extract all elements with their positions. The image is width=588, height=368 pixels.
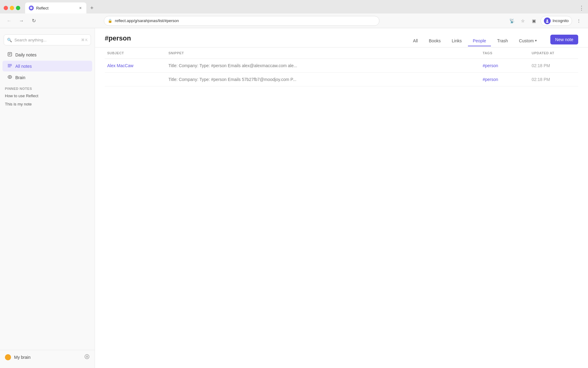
svg-point-2 xyxy=(546,21,548,23)
tab-title: Reflect xyxy=(36,6,75,10)
browser-chrome: Reflect ✕ + ⋮ ← → ↻ 🔒 reflect.app/g/sara… xyxy=(0,0,588,28)
address-url: reflect.app/g/sarahjonas/list/#person xyxy=(115,18,375,23)
search-bar[interactable]: 🔍 Search anything... ⌘ K xyxy=(4,34,91,45)
row-1-tags: #person xyxy=(480,73,529,86)
nav-icons: 📡 ☆ ▣ Incognito ⋮ xyxy=(507,16,583,26)
cast-icon[interactable]: 📡 xyxy=(507,17,516,25)
window-minimize[interactable] xyxy=(10,6,14,10)
all-notes-label: All notes xyxy=(15,64,32,69)
pinned-item-how-to-use[interactable]: How to use Reflect xyxy=(0,92,95,100)
svg-rect-3 xyxy=(8,52,12,56)
filter-tabs: All Books Links People Trash Custom ▾ xyxy=(408,35,578,47)
tab-all[interactable]: All xyxy=(408,36,423,46)
col-header-snippet: SNIPPET xyxy=(166,48,480,59)
sidebar-item-brain[interactable]: Brain xyxy=(2,72,92,83)
tab-custom[interactable]: Custom ▾ xyxy=(514,36,542,46)
brain-settings-icon[interactable] xyxy=(84,354,90,361)
nav-bar: ← → ↻ 🔒 reflect.app/g/sarahjonas/list/#p… xyxy=(0,13,588,28)
svg-point-5 xyxy=(85,355,89,359)
row-1-snippet: Title: Company: Type: #person Emails 57b… xyxy=(166,73,480,86)
window-controls xyxy=(4,6,20,10)
incognito-avatar xyxy=(544,17,551,24)
svg-point-1 xyxy=(547,19,548,21)
browser-tab[interactable]: Reflect ✕ xyxy=(25,2,86,13)
bookmark-icon[interactable]: ☆ xyxy=(518,17,527,25)
chrome-menu-button[interactable]: ⋮ xyxy=(575,17,583,25)
incognito-label: Incognito xyxy=(552,18,569,23)
main-content: #person All Books Links People Trash xyxy=(95,28,588,368)
tab-books[interactable]: Books xyxy=(424,36,446,46)
tab-close-button[interactable]: ✕ xyxy=(78,6,83,10)
table-header: SUBJECT SNIPPET TAGS UPDATED AT xyxy=(105,48,578,59)
row-1-updated: 02:18 PM xyxy=(529,73,578,86)
sidebar-item-all-notes[interactable]: All notes xyxy=(2,61,92,71)
new-tab-button[interactable]: + xyxy=(88,4,96,12)
main-header: #person All Books Links People Trash xyxy=(95,28,588,48)
custom-chevron-icon: ▾ xyxy=(535,39,537,43)
search-placeholder: Search anything... xyxy=(14,38,79,42)
pinned-item-my-note[interactable]: This is my note xyxy=(0,100,95,108)
row-0-snippet: Title: Company: Type: #person Emails ale… xyxy=(166,59,480,73)
svg-point-0 xyxy=(30,7,32,9)
sidebar-item-daily-notes[interactable]: Daily notes xyxy=(2,49,92,60)
address-bar[interactable]: 🔒 reflect.app/g/sarahjonas/list/#person xyxy=(104,16,379,26)
page-title: #person xyxy=(105,34,131,47)
row-1-subject xyxy=(105,73,166,86)
lock-icon: 🔒 xyxy=(108,19,112,23)
col-header-subject: SUBJECT xyxy=(105,48,166,59)
col-header-tags: TAGS xyxy=(480,48,529,59)
brain-dot xyxy=(5,354,11,360)
sidebar: 🔍 Search anything... ⌘ K Daily notes All… xyxy=(0,28,95,368)
sidebar-toggle-icon[interactable]: ▣ xyxy=(530,17,538,25)
all-notes-icon xyxy=(7,63,12,69)
tab-favicon xyxy=(29,6,34,10)
forward-button[interactable]: → xyxy=(17,17,26,25)
reload-button[interactable]: ↻ xyxy=(29,17,38,25)
pinned-notes-section-label: PINNED NOTES xyxy=(0,83,95,92)
row-0-subject[interactable]: Alex MacCaw xyxy=(105,59,166,73)
tab-bar-left: Reflect ✕ + xyxy=(4,2,96,13)
sidebar-bottom: My brain xyxy=(0,350,95,364)
new-note-button[interactable]: New note xyxy=(550,35,578,44)
my-brain-label: My brain xyxy=(14,355,81,360)
row-0-updated: 02:18 PM xyxy=(529,59,578,73)
tab-trash[interactable]: Trash xyxy=(492,36,513,46)
incognito-button[interactable]: Incognito xyxy=(541,16,572,26)
notes-table: SUBJECT SNIPPET TAGS UPDATED AT Alex Mac… xyxy=(105,48,578,86)
col-header-updated: UPDATED AT xyxy=(529,48,578,59)
tab-bar: Reflect ✕ + ⋮ xyxy=(0,0,588,13)
chrome-menu-icon[interactable]: ⋮ xyxy=(579,5,584,11)
tab-links[interactable]: Links xyxy=(447,36,467,46)
table-row: Alex MacCaw Title: Company: Type: #perso… xyxy=(105,59,578,73)
daily-notes-label: Daily notes xyxy=(15,52,36,57)
tab-bar-right: ⋮ xyxy=(579,5,584,11)
table-body: Alex MacCaw Title: Company: Type: #perso… xyxy=(105,59,578,86)
table-row: Title: Company: Type: #person Emails 57b… xyxy=(105,73,578,86)
brain-icon xyxy=(7,75,12,80)
row-0-tags: #person xyxy=(480,59,529,73)
brain-label: Brain xyxy=(15,75,25,80)
search-shortcut: ⌘ K xyxy=(81,38,88,42)
window-maximize[interactable] xyxy=(16,6,20,10)
svg-point-6 xyxy=(86,356,88,358)
app: 🔍 Search anything... ⌘ K Daily notes All… xyxy=(0,28,588,368)
tab-people[interactable]: People xyxy=(468,36,491,46)
window-close[interactable] xyxy=(4,6,8,10)
search-icon: 🔍 xyxy=(7,38,12,42)
daily-notes-icon xyxy=(7,52,12,58)
table-container: SUBJECT SNIPPET TAGS UPDATED AT Alex Mac… xyxy=(95,48,588,368)
back-button[interactable]: ← xyxy=(5,17,13,25)
